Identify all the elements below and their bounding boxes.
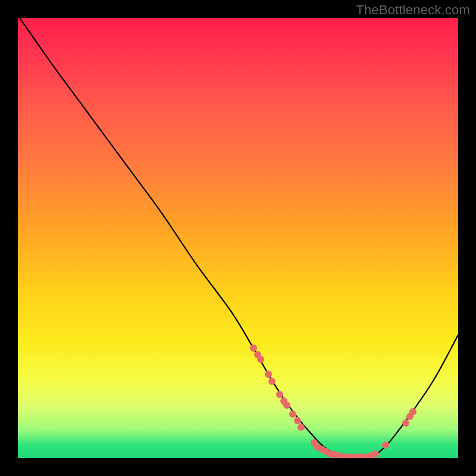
data-dot [382, 441, 389, 449]
chart-frame: TheBottleneck.com [0, 0, 476, 476]
data-dot [289, 411, 296, 418]
data-dot [250, 345, 257, 352]
data-dot [268, 378, 275, 385]
data-dot [402, 419, 409, 427]
data-dot [276, 391, 283, 398]
curve-path [20, 18, 458, 458]
curve-svg [18, 18, 458, 458]
data-dot [257, 356, 264, 363]
plot-area [18, 18, 458, 458]
watermark-text: TheBottleneck.com [356, 2, 470, 18]
data-dot [372, 450, 379, 458]
